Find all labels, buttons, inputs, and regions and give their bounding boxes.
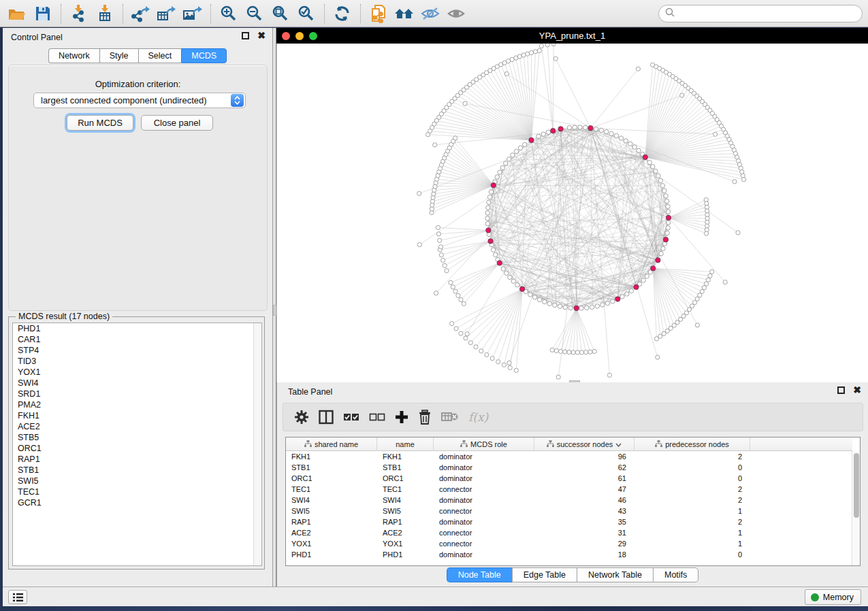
- import-network-icon[interactable]: [67, 3, 91, 24]
- tab-edge-table[interactable]: Edge Table: [512, 567, 577, 582]
- zoom-selected-icon[interactable]: [295, 3, 318, 24]
- mcds-result-item[interactable]: TID3: [13, 356, 261, 367]
- table-row[interactable]: FKH1FKH1dominator962: [286, 451, 852, 462]
- share-document-icon[interactable]: [367, 3, 390, 24]
- table-row[interactable]: YOX1YOX1connector291: [286, 538, 852, 549]
- node-table[interactable]: shared namenameMCDS rolesuccessor nodesp…: [285, 437, 861, 566]
- tab-select[interactable]: Select: [138, 48, 182, 63]
- cell-MCDS-role: connector: [434, 527, 534, 538]
- zoom-out-icon[interactable]: [243, 3, 266, 24]
- mcds-result-list[interactable]: PHD1CAR1STP4TID3YOX1SWI4SRD1PMA2FKH1ACE2…: [12, 323, 262, 566]
- mcds-result-group: MCDS result (17 nodes) PHD1CAR1STP4TID3Y…: [8, 316, 265, 569]
- float-panel-icon[interactable]: [242, 32, 249, 39]
- select-all-icon[interactable]: [343, 412, 359, 422]
- mcds-result-item[interactable]: STP4: [13, 345, 261, 356]
- export-image-icon[interactable]: [181, 3, 204, 24]
- network-graph: [277, 44, 868, 382]
- mcds-result-item[interactable]: PHD1: [13, 323, 261, 334]
- float-table-panel-icon[interactable]: [837, 386, 845, 394]
- memory-button[interactable]: Memory: [805, 589, 861, 605]
- mcds-result-item[interactable]: SRD1: [13, 389, 261, 399]
- tree-icon: [304, 440, 312, 448]
- sort-desc-icon: [615, 440, 622, 448]
- mcds-result-item[interactable]: PMA2: [13, 399, 261, 410]
- search-input[interactable]: [658, 5, 863, 22]
- table-row[interactable]: TEC1TEC1connector472: [286, 484, 852, 495]
- mcds-result-item[interactable]: SWI4: [13, 378, 261, 389]
- mcds-result-item[interactable]: GCR1: [13, 497, 261, 508]
- column-header-shared-name[interactable]: shared name: [286, 437, 377, 451]
- tab-network[interactable]: Network: [48, 48, 99, 63]
- mcds-result-item[interactable]: STB5: [13, 432, 261, 443]
- table-scrollbar[interactable]: [852, 451, 860, 565]
- table-row[interactable]: SWI4SWI4dominator462: [286, 495, 852, 506]
- criterion-dropdown[interactable]: largest connected component (undirected): [33, 93, 246, 108]
- table-row[interactable]: STB1STB1dominator620: [286, 462, 852, 473]
- export-table-icon[interactable]: [155, 3, 178, 24]
- save-icon[interactable]: [31, 3, 54, 24]
- table-row[interactable]: PHD1PHD1dominator180: [286, 549, 852, 560]
- control-panel: Control Panel ✖ NetworkStyleSelectMCDS O…: [3, 28, 273, 587]
- run-mcds-button[interactable]: Run MCDS: [67, 115, 133, 131]
- column-header-MCDS-role[interactable]: MCDS role: [434, 437, 534, 451]
- first-neighbors-icon[interactable]: [393, 3, 416, 24]
- cell-MCDS-role: dominator: [434, 451, 534, 462]
- mcds-result-item[interactable]: YOX1: [13, 367, 261, 378]
- search-icon: [665, 7, 675, 20]
- open-icon[interactable]: [5, 3, 29, 24]
- tab-motifs[interactable]: Motifs: [653, 567, 698, 582]
- add-column-icon[interactable]: [395, 410, 408, 424]
- task-history-button[interactable]: [8, 590, 27, 604]
- table-row[interactable]: ORC1ORC1dominator610: [286, 473, 852, 484]
- zoom-in-icon[interactable]: [217, 3, 240, 24]
- mcds-result-item[interactable]: TEC1: [13, 486, 261, 497]
- hide-selected-icon[interactable]: [419, 3, 442, 24]
- close-panel-icon[interactable]: ✖: [257, 32, 266, 39]
- tab-style[interactable]: Style: [99, 48, 138, 63]
- mcds-result-item[interactable]: ACE2: [13, 421, 261, 432]
- table-row[interactable]: ACE2ACE2connector311: [286, 527, 852, 538]
- table-panel-title: Table Panel: [288, 387, 332, 397]
- cell-predecessor-nodes: 1: [634, 527, 750, 538]
- mcds-result-item[interactable]: SWI5: [13, 476, 261, 486]
- export-network-icon[interactable]: [129, 3, 152, 24]
- import-table-icon[interactable]: [93, 3, 116, 24]
- tree-icon: [655, 440, 662, 448]
- tab-node-table[interactable]: Node Table: [447, 567, 512, 582]
- mcds-list-scrollbar[interactable]: [253, 323, 261, 565]
- mcds-result-item[interactable]: ORC1: [13, 443, 261, 454]
- status-bar: Memory: [3, 587, 868, 606]
- column-layout-icon[interactable]: [319, 410, 334, 425]
- gear-icon[interactable]: [294, 410, 309, 425]
- cell-name: FKH1: [377, 451, 434, 462]
- network-canvas[interactable]: [276, 44, 868, 382]
- mcds-result-item[interactable]: STB1: [13, 465, 261, 476]
- cell-successor-nodes: 29: [534, 538, 634, 549]
- tab-network-table[interactable]: Network Table: [577, 567, 653, 582]
- zoom-fit-icon[interactable]: [269, 3, 292, 24]
- table-row[interactable]: SWI5SWI5connector431: [286, 506, 852, 516]
- control-panel-tabs: NetworkStyleSelectMCDS: [3, 48, 272, 63]
- tree-icon: [547, 440, 554, 448]
- cell-name: RAP1: [377, 516, 434, 527]
- close-panel-button[interactable]: Close panel: [141, 115, 213, 131]
- tab-mcds[interactable]: MCDS: [181, 48, 227, 63]
- cell-name: TEC1: [377, 484, 434, 495]
- criterion-value: largest connected component (undirected): [34, 95, 231, 105]
- mcds-result-item[interactable]: FKH1: [13, 410, 261, 421]
- column-header-name[interactable]: name: [377, 437, 434, 451]
- delete-icon[interactable]: [418, 410, 432, 425]
- network-window-titlebar: YPA_prune.txt_1: [276, 28, 868, 44]
- table-scrollbar-thumb[interactable]: [854, 453, 859, 518]
- show-all-icon[interactable]: [445, 3, 468, 24]
- refresh-icon[interactable]: [331, 3, 354, 24]
- table-row[interactable]: RAP1RAP1dominator352: [286, 516, 852, 527]
- cell-shared-name: TEC1: [286, 484, 377, 495]
- deselect-all-icon[interactable]: [369, 412, 385, 422]
- mcds-result-item[interactable]: RAP1: [13, 454, 261, 465]
- column-header-successor-nodes[interactable]: successor nodes: [534, 437, 634, 451]
- toolbar-separator: [360, 4, 361, 23]
- close-table-panel-icon[interactable]: ✖: [853, 386, 861, 394]
- column-header-predecessor-nodes[interactable]: predecessor nodes: [634, 437, 750, 451]
- mcds-result-item[interactable]: CAR1: [13, 334, 261, 345]
